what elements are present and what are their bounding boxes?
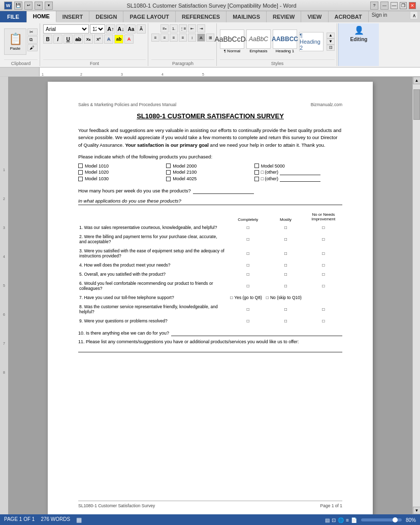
shrink-font-button[interactable]: A↓ — [116, 24, 125, 34]
cut-button[interactable]: ✂ — [27, 28, 38, 36]
q2-mostly[interactable]: □ — [267, 232, 304, 246]
text-effects-button[interactable]: A — [104, 35, 113, 44]
q5-mostly[interactable]: □ — [267, 270, 304, 279]
view-layout-icon[interactable]: ▦ — [76, 516, 82, 523]
outline-button[interactable]: ≡ — [346, 517, 349, 523]
q7-yes-checkbox[interactable]: □ — [230, 295, 233, 300]
q3-mostly[interactable]: □ — [267, 246, 304, 260]
paste-button[interactable]: 📋 Paste — [4, 28, 26, 55]
q9-completely[interactable]: □ — [229, 316, 267, 325]
justify-button[interactable]: ≡ — [179, 34, 187, 42]
product-other1-checkbox[interactable] — [254, 170, 259, 175]
help-button[interactable]: ? — [370, 2, 378, 10]
q4-mostly[interactable]: □ — [267, 260, 304, 270]
style-emphasis[interactable]: AaBbC Emphasis — [246, 29, 271, 53]
customize-qat-icon[interactable]: ▾ — [45, 2, 53, 10]
sign-in-button[interactable]: Sign in — [369, 11, 391, 22]
tab-references[interactable]: REFERENCES — [176, 11, 227, 22]
save-icon[interactable]: 💾 — [14, 2, 22, 10]
change-case-button[interactable]: Aa — [126, 24, 136, 34]
product-2100-checkbox[interactable] — [166, 170, 171, 175]
numbering-button[interactable]: 1. — [170, 24, 178, 32]
style-heading1[interactable]: AABBCC Heading 1 — [273, 29, 297, 53]
font-color-button[interactable]: A — [124, 35, 134, 44]
product-1010-checkbox[interactable] — [78, 163, 83, 168]
minimize-button[interactable]: — — [391, 2, 398, 9]
q1-no[interactable]: □ — [305, 223, 342, 232]
align-right-button[interactable]: ≡ — [170, 34, 178, 42]
text-highlight-button[interactable]: ab — [114, 35, 123, 44]
tab-design[interactable]: DESIGN — [89, 11, 123, 22]
tab-mailings[interactable]: MAILINGS — [227, 11, 267, 22]
format-painter-button[interactable]: 🖌 — [27, 44, 38, 51]
grow-font-button[interactable]: A↑ — [106, 24, 115, 34]
style-heading2[interactable]: ¶ Heading 2 — [299, 32, 324, 51]
q2-no[interactable]: □ — [305, 232, 342, 246]
q8-completely[interactable]: □ — [229, 302, 267, 316]
document[interactable]: Sales & Marketing Policies and Procedure… — [48, 82, 373, 514]
zoom-slider[interactable] — [361, 518, 402, 521]
q1-mostly[interactable]: □ — [267, 223, 304, 232]
ribbon-collapse-button[interactable]: ∧ — [410, 11, 418, 19]
underline-button[interactable]: U — [63, 35, 73, 44]
product-1030-checkbox[interactable] — [78, 177, 83, 181]
clear-formatting-button[interactable]: Ã — [137, 24, 146, 34]
scroll-up-button[interactable]: ▲ — [413, 77, 420, 84]
q5-completely[interactable]: □ — [229, 270, 267, 279]
q7-yes[interactable]: □ Yes (go to Q8) — [230, 295, 262, 300]
bold-button[interactable]: B — [43, 35, 52, 44]
tab-file[interactable]: FILE — [0, 11, 27, 22]
product-2000-checkbox[interactable] — [166, 163, 171, 168]
q7-no-checkbox[interactable]: □ — [266, 295, 269, 300]
q9-no[interactable]: □ — [305, 316, 342, 325]
q5-no[interactable]: □ — [305, 270, 342, 279]
q9-mostly[interactable]: □ — [267, 316, 304, 325]
q4-completely[interactable]: □ — [229, 260, 267, 270]
shading-button[interactable]: A — [197, 34, 205, 42]
tab-page-layout[interactable]: PAGE LAYOUT — [123, 11, 176, 22]
product-4025-checkbox[interactable] — [166, 177, 171, 181]
q7-no[interactable]: □ No (skip to Q10) — [266, 295, 302, 300]
scroll-track[interactable] — [413, 84, 420, 507]
q6-no[interactable]: □ — [305, 279, 342, 293]
undo-icon[interactable]: ↩ — [24, 2, 33, 10]
product-other2-checkbox[interactable] — [254, 177, 259, 181]
q2-completely[interactable]: □ — [229, 232, 267, 246]
italic-button[interactable]: I — [53, 35, 62, 44]
align-center-button[interactable]: ≡ — [160, 34, 169, 42]
bullets-button[interactable]: ≡• — [160, 24, 169, 32]
print-layout-button[interactable]: ▤ — [325, 517, 330, 523]
draft-button[interactable]: 📄 — [351, 517, 357, 523]
scroll-thumb[interactable] — [413, 89, 420, 120]
styles-up-button[interactable]: ▲ — [327, 32, 335, 39]
font-size-select[interactable]: 12 — [90, 24, 105, 34]
tab-view[interactable]: VIEW — [301, 11, 328, 22]
line-spacing-button[interactable]: ↕ — [188, 34, 196, 42]
web-layout-button[interactable]: 🌐 — [338, 517, 344, 523]
subscript-button[interactable]: X₂ — [84, 35, 93, 44]
tab-acrobat[interactable]: ACROBAT — [329, 11, 369, 22]
q3-completely[interactable]: □ — [229, 246, 267, 260]
styles-more-button[interactable]: ⊡ — [327, 45, 335, 51]
tab-review[interactable]: REVIEW — [267, 11, 301, 22]
q1-completely[interactable]: □ — [229, 223, 267, 232]
q10-field[interactable] — [171, 331, 342, 336]
multilevel-list-button[interactable]: ⋮≡ — [179, 24, 187, 32]
font-family-select[interactable]: Arial — [43, 24, 89, 34]
redo-icon[interactable]: ↪ — [35, 2, 43, 10]
q8-mostly[interactable]: □ — [267, 302, 304, 316]
product-5000-checkbox[interactable] — [254, 163, 259, 168]
q6-mostly[interactable]: □ — [267, 279, 304, 293]
tab-home[interactable]: HOME — [27, 11, 56, 22]
hours-field[interactable] — [193, 188, 254, 194]
style-default[interactable]: AaBbCcDa ¶ Normal — [220, 29, 244, 53]
q4-no[interactable]: □ — [305, 260, 342, 270]
superscript-button[interactable]: X² — [94, 35, 103, 44]
q6-completely[interactable]: □ — [229, 279, 267, 293]
scrollbar[interactable]: ▲ ▼ — [412, 77, 420, 514]
restore-button[interactable]: ❐ — [400, 2, 407, 9]
zoom-thumb[interactable] — [393, 517, 398, 522]
align-left-button[interactable]: ≡ — [151, 34, 159, 42]
close-button[interactable]: ✕ — [409, 2, 416, 9]
tab-insert[interactable]: INSERT — [56, 11, 89, 22]
